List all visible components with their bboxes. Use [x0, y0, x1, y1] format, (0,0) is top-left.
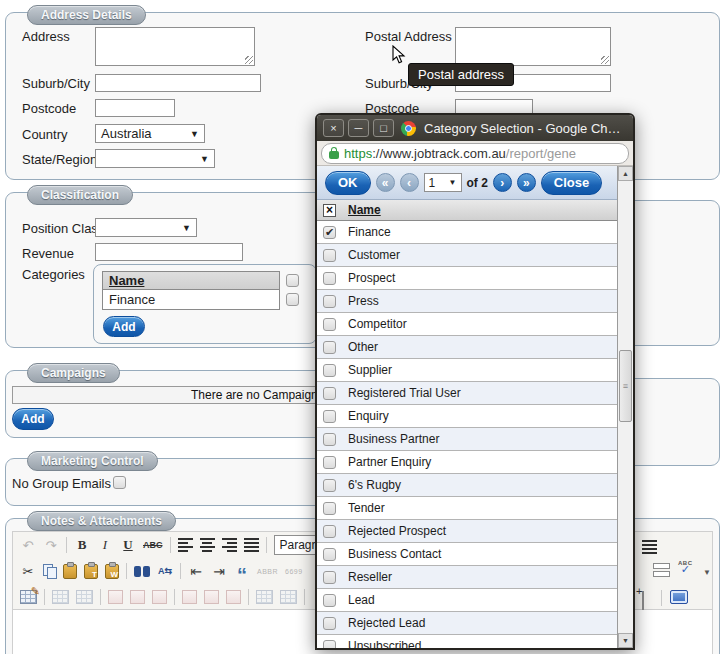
- scrollbar-thumb[interactable]: ≡: [619, 350, 632, 422]
- address-textarea[interactable]: [95, 27, 255, 66]
- align-left-button[interactable]: [178, 538, 193, 552]
- paste-text-button[interactable]: T: [84, 564, 98, 579]
- category-checkbox[interactable]: [323, 456, 336, 469]
- window-close-button[interactable]: ×: [323, 119, 344, 137]
- indent-button[interactable]: ⇥: [211, 562, 227, 580]
- resize-grip-icon[interactable]: [245, 56, 253, 64]
- split-cells-button[interactable]: [256, 590, 273, 604]
- category-row[interactable]: Rejected Prospect: [317, 520, 617, 543]
- insert-col-before-button[interactable]: [182, 590, 197, 604]
- category-checkbox[interactable]: [323, 341, 336, 354]
- blockquote-button[interactable]: “: [234, 558, 250, 584]
- category-checkbox[interactable]: [323, 640, 336, 651]
- add-category-button[interactable]: Add: [103, 316, 145, 337]
- bold-button[interactable]: B: [74, 536, 90, 554]
- resize-grip-icon[interactable]: [601, 56, 609, 64]
- strikethrough-button[interactable]: ABC: [143, 536, 163, 554]
- window-titlebar[interactable]: × ─ □ Category Selection - Google Ch…: [317, 115, 633, 141]
- italic-button[interactable]: I: [97, 536, 113, 554]
- suburb-city-input[interactable]: [95, 74, 261, 92]
- country-select[interactable]: Australia ▼: [95, 124, 205, 143]
- category-row[interactable]: 6's Rugby: [317, 474, 617, 497]
- category-row[interactable]: Enquiry: [317, 405, 617, 428]
- window-minimize-button[interactable]: ─: [348, 119, 369, 137]
- last-page-button[interactable]: »: [517, 173, 536, 192]
- delete-col-button[interactable]: [226, 590, 241, 604]
- category-row[interactable]: Supplier: [317, 359, 617, 382]
- merge-cells-button[interactable]: [280, 590, 297, 604]
- category-checkbox[interactable]: ✔: [323, 226, 336, 239]
- prev-page-button[interactable]: ‹: [400, 173, 419, 192]
- category-row[interactable]: Business Partner: [317, 428, 617, 451]
- category-checkbox[interactable]: [323, 479, 336, 492]
- revenue-input[interactable]: [95, 243, 243, 261]
- category-checkbox[interactable]: [323, 410, 336, 423]
- horizontal-rule-icon[interactable]: [653, 563, 670, 577]
- postal-address-textarea[interactable]: [455, 27, 611, 66]
- scroll-down-icon[interactable]: ▼: [618, 633, 633, 648]
- category-row[interactable]: ✔ Finance: [317, 221, 617, 244]
- cut-button[interactable]: ✂: [20, 562, 36, 580]
- name-column-header[interactable]: Name: [348, 203, 381, 217]
- category-row[interactable]: Lead: [317, 589, 617, 612]
- outdent-button[interactable]: ⇤: [188, 562, 204, 580]
- first-page-button[interactable]: «: [376, 173, 395, 192]
- delete-row-button[interactable]: [152, 590, 167, 604]
- ok-button[interactable]: OK: [325, 171, 371, 195]
- category-checkbox[interactable]: [323, 571, 336, 584]
- category-header-checkbox[interactable]: [286, 274, 299, 287]
- category-checkbox[interactable]: [323, 594, 336, 607]
- page-select[interactable]: 1 ▼: [424, 173, 462, 192]
- category-checkbox[interactable]: [323, 525, 336, 538]
- insert-row-before-button[interactable]: [108, 590, 123, 604]
- align-right-button[interactable]: [222, 538, 237, 552]
- align-justify-button[interactable]: [244, 538, 259, 552]
- postcode-input[interactable]: [95, 99, 175, 117]
- category-row[interactable]: Rejected Lead: [317, 612, 617, 635]
- category-row[interactable]: Press: [317, 290, 617, 313]
- copy-button[interactable]: [43, 564, 56, 578]
- category-checkbox[interactable]: [323, 272, 336, 285]
- categories-name-header[interactable]: Name: [102, 271, 280, 290]
- category-checkbox[interactable]: [323, 502, 336, 515]
- redo-icon[interactable]: ↷: [43, 536, 59, 554]
- spellcheck-dropdown-icon[interactable]: ▼: [699, 563, 715, 581]
- category-checkbox[interactable]: [323, 548, 336, 561]
- popup-scrollbar[interactable]: ▲ ≡ ▼: [617, 166, 633, 648]
- find-button[interactable]: [134, 566, 150, 577]
- category-row[interactable]: Customer: [317, 244, 617, 267]
- category-row[interactable]: Competitor: [317, 313, 617, 336]
- spellcheck-button[interactable]: ABC ✓: [678, 560, 693, 575]
- insert-col-after-button[interactable]: [204, 590, 219, 604]
- window-maximize-button[interactable]: □: [373, 119, 394, 137]
- category-row[interactable]: Other: [317, 336, 617, 359]
- cite-button[interactable]: 6699: [285, 562, 303, 580]
- align-center-button[interactable]: [200, 538, 215, 552]
- category-row[interactable]: Prospect: [317, 267, 617, 290]
- underline-button[interactable]: U: [120, 536, 136, 554]
- insert-row-after-button[interactable]: [130, 590, 145, 604]
- category-row[interactable]: Reseller: [317, 566, 617, 589]
- undo-icon[interactable]: ↶: [20, 536, 36, 554]
- next-page-button[interactable]: ›: [493, 173, 512, 192]
- close-button[interactable]: Close: [541, 171, 602, 195]
- category-row[interactable]: Registered Trial User: [317, 382, 617, 405]
- category-row[interactable]: Partner Enquiry: [317, 451, 617, 474]
- insert-layer-icon[interactable]: [642, 591, 644, 610]
- category-checkbox[interactable]: [323, 433, 336, 446]
- category-checkbox[interactable]: [323, 364, 336, 377]
- select-all-checkbox[interactable]: ×: [323, 204, 336, 217]
- paste-button[interactable]: [63, 564, 77, 579]
- ordered-list-icon[interactable]: [642, 540, 657, 554]
- no-group-emails-checkbox[interactable]: [113, 476, 126, 489]
- category-checkbox[interactable]: [323, 249, 336, 262]
- category-checkbox[interactable]: [323, 295, 336, 308]
- abbr-button[interactable]: ABBR: [257, 562, 278, 580]
- category-checkbox[interactable]: [323, 318, 336, 331]
- table-row-props-button[interactable]: [52, 590, 69, 604]
- insert-table-button[interactable]: ✎: [20, 590, 37, 604]
- category-row[interactable]: Tender: [317, 497, 617, 520]
- category-checkbox[interactable]: [323, 617, 336, 630]
- table-cell-props-button[interactable]: [76, 590, 93, 604]
- find-replace-button[interactable]: A⇆: [157, 562, 173, 580]
